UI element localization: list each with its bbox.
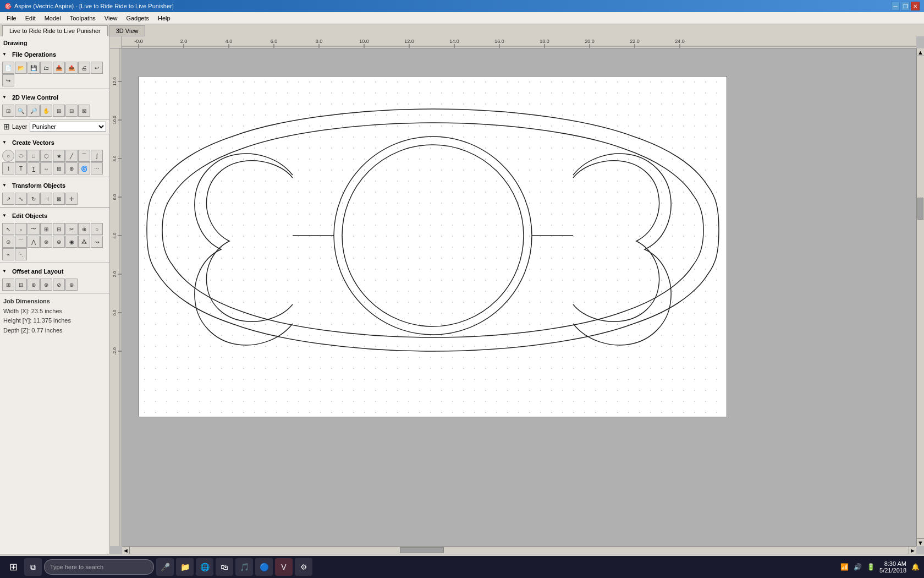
distribute-btn[interactable]: ✛ [65,193,78,205]
menu-model[interactable]: Model [40,14,65,23]
knot-btn[interactable]: ⁂ [78,236,90,248]
transform-header[interactable]: ▼ Transform Objects [0,178,109,192]
group-btn[interactable]: ⊞ [40,223,52,235]
menu-edit[interactable]: Edit [21,14,40,23]
tab-document[interactable]: Live to Ride Ride to Live Punisher [2,25,108,36]
create-vectors-header[interactable]: ▼ Create Vectors [0,135,109,149]
redo-btn[interactable]: ↪ [2,74,14,86]
menu-help[interactable]: Help [153,14,175,23]
offset-layout-header[interactable]: ▼ Offset and Layout [0,264,109,277]
scroll-up-btn[interactable]: ▲ [917,48,924,56]
path-edit-btn[interactable]: ⌁ [2,248,14,260]
menu-file[interactable]: File [2,14,21,23]
dogbone-btn[interactable]: ⊛ [53,236,65,248]
new-file-btn[interactable]: 📄 [2,62,14,74]
cortana-btn[interactable]: 🎤 [156,558,174,576]
join-btn[interactable]: ⊕ [78,223,90,235]
offset5-btn[interactable]: ⊘ [53,279,65,291]
taskbar-store[interactable]: 🛍 [216,558,233,576]
drawing-surface[interactable] [122,48,916,546]
dimension-btn[interactable]: ↔ [40,162,52,175]
close-path-btn[interactable]: ○ [91,223,103,235]
curve-edit-btn[interactable]: ↝ [91,236,103,248]
morph-btn[interactable]: ⋱ [15,248,27,260]
star-btn[interactable]: ★ [53,150,65,162]
layer-select[interactable]: Punisher [30,122,106,132]
task-view-btn[interactable]: ⧉ [24,558,42,576]
title-bar-controls[interactable]: ─ ❐ ✕ [891,2,920,10]
arc-btn[interactable]: ⌒ [78,150,90,162]
ellipse-btn[interactable]: ⬭ [15,150,27,162]
fillet-btn[interactable]: ⌒ [15,236,27,248]
undo-btn[interactable]: ↩ [91,62,103,74]
print-btn[interactable]: 🖨 [78,62,90,74]
smart-span-btn[interactable]: ⋯ [91,162,103,175]
view-3d-btn[interactable]: ⊠ [78,105,90,117]
save-btn[interactable]: 💾 [28,62,40,74]
scroll-down-btn[interactable]: ▼ [917,538,924,546]
close-button[interactable]: ✕ [911,2,920,10]
taskbar-chrome[interactable]: 🔵 [255,558,273,576]
table-btn[interactable]: ⊞ [53,162,65,175]
zoom-fit-btn[interactable]: ⊡ [2,105,14,117]
circle-btn[interactable]: ○ [2,150,14,162]
offset2-btn[interactable]: ⊟ [15,279,27,291]
view-all-btn[interactable]: ⊞ [53,105,65,117]
align-btn[interactable]: ⊠ [53,193,65,205]
boolean-btn[interactable]: ◉ [65,236,78,248]
move-btn[interactable]: ↗ [2,193,14,205]
welder-btn[interactable]: ⊗ [40,236,52,248]
tab-3d-view[interactable]: 3D View [109,25,146,36]
rect-btn[interactable]: □ [28,150,40,162]
scale-btn[interactable]: ⤡ [15,193,27,205]
mirror-btn[interactable]: ⊣ [40,193,52,205]
offset-btn[interactable]: ⊙ [2,236,14,248]
menu-toolpaths[interactable]: Toolpaths [65,14,100,23]
scroll-left-btn[interactable]: ◄ [122,547,130,554]
taskbar-edge[interactable]: 🌐 [196,558,213,576]
restore-button[interactable]: ❐ [901,2,910,10]
select-btn[interactable]: ↖ [2,223,14,235]
minimize-button[interactable]: ─ [891,2,900,10]
canvas-area[interactable]: -0.0 2.0 4.0 6.0 8.0 10.0 12.0 [110,36,924,554]
spline-btn[interactable]: ∫ [91,150,103,162]
offset4-btn[interactable]: ⊗ [40,279,52,291]
edit-objects-header[interactable]: ▼ Edit Objects [0,209,109,222]
offset3-btn[interactable]: ⊕ [28,279,40,291]
scroll-right-btn[interactable]: ► [909,547,916,554]
polygon-btn[interactable]: ⬡ [40,150,52,162]
scrollbar-v-thumb[interactable] [917,198,923,220]
start-button[interactable]: ⊞ [4,558,22,576]
zoom-out-btn[interactable]: 🔎 [28,105,40,117]
ungroup-btn[interactable]: ⊟ [53,223,65,235]
line-btn[interactable]: ╱ [65,150,78,162]
smooth-btn[interactable]: 〜 [28,223,40,235]
scrollbar-horizontal[interactable]: ◄ ► [122,546,916,554]
taskbar-file-explorer[interactable]: 📁 [176,558,194,576]
spiral-btn[interactable]: 🌀 [78,162,90,175]
open-file-btn[interactable]: 📂 [15,62,27,74]
scrollbar-h-thumb[interactable] [400,547,444,553]
import-btn[interactable]: 📥 [53,62,65,74]
view-selected-btn[interactable]: ⊟ [65,105,78,117]
offset1-btn[interactable]: ⊞ [2,279,14,291]
search-input[interactable] [44,559,154,575]
scrollbar-vertical[interactable]: ▲ ▼ [916,48,924,546]
action-center-icon[interactable]: 🔔 [911,563,920,571]
pan-btn[interactable]: ✋ [40,105,52,117]
save-as-btn[interactable]: 🗂 [40,62,52,74]
export-btn[interactable]: 📤 [65,62,78,74]
taskbar-app1[interactable]: V [275,558,293,576]
clock[interactable]: 8:30 AM 5/21/2018 [879,560,906,574]
text-btn[interactable]: T [15,162,27,175]
taskbar-media[interactable]: 🎵 [235,558,253,576]
shapes-btn[interactable]: ⊕ [65,162,78,175]
offset6-btn[interactable]: ⊛ [65,279,78,291]
node-edit-btn[interactable]: ⬦ [15,223,27,235]
file-ops-header[interactable]: ▼ File Operations [0,47,109,61]
chamfer-btn[interactable]: ⋀ [28,236,40,248]
trim-btn[interactable]: ✂ [65,223,78,235]
view2d-header[interactable]: ▼ 2D View Control [0,90,109,103]
taskbar-app2[interactable]: ⚙ [295,558,312,576]
menu-gadgets[interactable]: Gadgets [122,14,153,23]
